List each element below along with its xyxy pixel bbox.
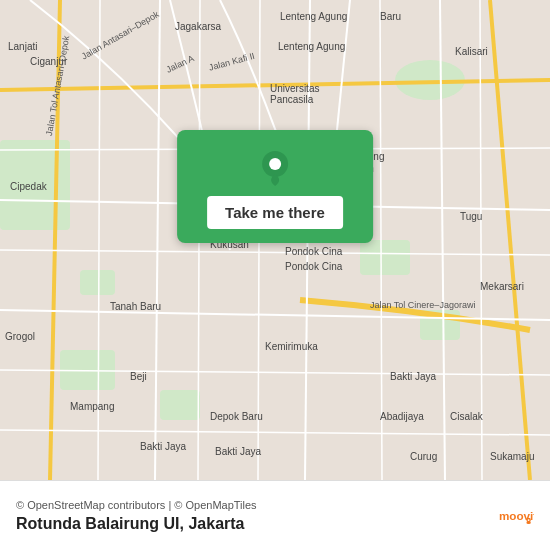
svg-text:Lenteng Agung: Lenteng Agung: [280, 11, 347, 22]
moovit-logo: moovit: [498, 498, 534, 534]
svg-text:Abadijaya: Abadijaya: [380, 411, 424, 422]
svg-text:Curug: Curug: [410, 451, 437, 462]
svg-rect-6: [80, 270, 115, 295]
svg-text:Pondok Cina: Pondok Cina: [285, 261, 343, 272]
svg-text:Tugu: Tugu: [460, 211, 482, 222]
svg-rect-2: [160, 390, 200, 420]
svg-text:Bakti Jaya: Bakti Jaya: [215, 446, 262, 457]
svg-point-61: [269, 158, 281, 170]
svg-text:Pondok Cina: Pondok Cina: [285, 246, 343, 257]
copyright-text: © OpenStreetMap contributors | © OpenMap…: [16, 499, 257, 511]
svg-text:Lenteng Agung: Lenteng Agung: [278, 41, 345, 52]
location-pin-icon: [257, 150, 293, 186]
svg-text:Lanjati: Lanjati: [8, 41, 37, 52]
svg-text:Jalan Tol Cinere–Jagorawi: Jalan Tol Cinere–Jagorawi: [370, 300, 475, 310]
green-box: Take me there: [177, 130, 373, 243]
svg-text:Universitas: Universitas: [270, 83, 319, 94]
bottom-bar-left: © OpenStreetMap contributors | © OpenMap…: [16, 499, 257, 533]
svg-text:Sukamaju: Sukamaju: [490, 451, 534, 462]
svg-point-65: [528, 519, 530, 521]
svg-text:Baru: Baru: [380, 11, 401, 22]
bottom-bar: © OpenStreetMap contributors | © OpenMap…: [0, 480, 550, 550]
svg-text:Mekarsari: Mekarsari: [480, 281, 524, 292]
svg-text:Pancasila: Pancasila: [270, 94, 314, 105]
svg-text:Tanah Baru: Tanah Baru: [110, 301, 161, 312]
svg-rect-4: [360, 240, 410, 275]
location-title: Rotunda Balairung UI, Jakarta: [16, 515, 257, 533]
svg-text:Depok Baru: Depok Baru: [210, 411, 263, 422]
svg-text:Mampang: Mampang: [70, 401, 114, 412]
svg-text:Jagakarsa: Jagakarsa: [175, 21, 222, 32]
moovit-logo-icon: moovit: [498, 498, 534, 534]
svg-text:Cipedak: Cipedak: [10, 181, 48, 192]
svg-text:Bakti Jaya: Bakti Jaya: [390, 371, 437, 382]
svg-text:Kemirimuka: Kemirimuka: [265, 341, 318, 352]
take-me-there-button[interactable]: Take me there: [207, 196, 343, 229]
svg-text:Bakti Jaya: Bakti Jaya: [140, 441, 187, 452]
svg-text:Grogol: Grogol: [5, 331, 35, 342]
svg-text:Kalisari: Kalisari: [455, 46, 488, 57]
svg-text:Cisalak: Cisalak: [450, 411, 484, 422]
take-me-there-overlay[interactable]: Take me there: [177, 130, 373, 243]
svg-text:Beji: Beji: [130, 371, 147, 382]
